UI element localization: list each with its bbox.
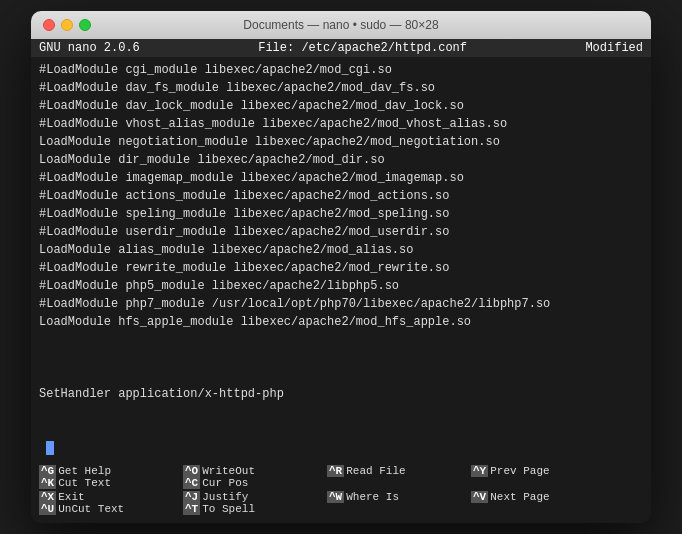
footer-label: Cur Pos	[202, 477, 248, 489]
footer-label: Where Is	[346, 491, 399, 503]
footer-key: ^C	[183, 477, 200, 489]
footer-key: ^U	[39, 503, 56, 515]
footer-label: Next Page	[490, 491, 549, 503]
footer-item: ^R Read File	[327, 465, 467, 477]
footer-item: ^G Get Help	[39, 465, 179, 477]
cursor	[46, 441, 54, 455]
footer-key: ^W	[327, 491, 344, 503]
terminal-window: Documents — nano • sudo — 80×28 GNU nano…	[31, 11, 651, 523]
footer-key: ^V	[471, 491, 488, 503]
footer-item: ^J Justify	[183, 491, 323, 503]
footer-key: ^T	[183, 503, 200, 515]
close-button[interactable]	[43, 19, 55, 31]
footer-item: ^T To Spell	[183, 503, 323, 515]
footer-label: To Spell	[202, 503, 255, 515]
footer-label: Read File	[346, 465, 405, 477]
footer-item: ^Y Prev Page	[471, 465, 611, 477]
maximize-button[interactable]	[79, 19, 91, 31]
footer-item: ^O WriteOut	[183, 465, 323, 477]
footer-item: ^U UnCut Text	[39, 503, 179, 515]
nano-version: GNU nano 2.0.6	[39, 41, 140, 55]
terminal: GNU nano 2.0.6 File: /etc/apache2/httpd.…	[31, 39, 651, 523]
footer-item: ^W Where Is	[327, 491, 467, 503]
window-title: Documents — nano • sudo — 80×28	[243, 18, 438, 32]
footer-label: WriteOut	[202, 465, 255, 477]
nano-content[interactable]: #LoadModule cgi_module libexec/apache2/m…	[31, 57, 651, 461]
footer-label: Prev Page	[490, 465, 549, 477]
footer-label: Exit	[58, 491, 84, 503]
footer-key: ^Y	[471, 465, 488, 477]
footer-label: Get Help	[58, 465, 111, 477]
title-bar: Documents — nano • sudo — 80×28	[31, 11, 651, 39]
footer-row: ^G Get Help ^O WriteOut ^R Read File ^Y …	[39, 465, 643, 489]
footer-key: ^G	[39, 465, 56, 477]
traffic-lights	[43, 19, 91, 31]
nano-footer: ^G Get Help ^O WriteOut ^R Read File ^Y …	[31, 461, 651, 523]
footer-label: Justify	[202, 491, 248, 503]
footer-item: ^K Cut Text	[39, 477, 179, 489]
nano-file: File: /etc/apache2/httpd.conf	[258, 41, 467, 55]
nano-status: Modified	[585, 41, 643, 55]
footer-item: ^X Exit	[39, 491, 179, 503]
footer-key: ^R	[327, 465, 344, 477]
nano-header: GNU nano 2.0.6 File: /etc/apache2/httpd.…	[31, 39, 651, 57]
minimize-button[interactable]	[61, 19, 73, 31]
footer-row: ^X Exit ^J Justify ^W Where Is ^V Next P…	[39, 491, 643, 515]
footer-key: ^O	[183, 465, 200, 477]
footer-key: ^X	[39, 491, 56, 503]
footer-label: Cut Text	[58, 477, 111, 489]
footer-key: ^K	[39, 477, 56, 489]
footer-item: ^C Cur Pos	[183, 477, 323, 489]
footer-label: UnCut Text	[58, 503, 124, 515]
footer-key: ^J	[183, 491, 200, 503]
footer-item: ^V Next Page	[471, 491, 611, 503]
